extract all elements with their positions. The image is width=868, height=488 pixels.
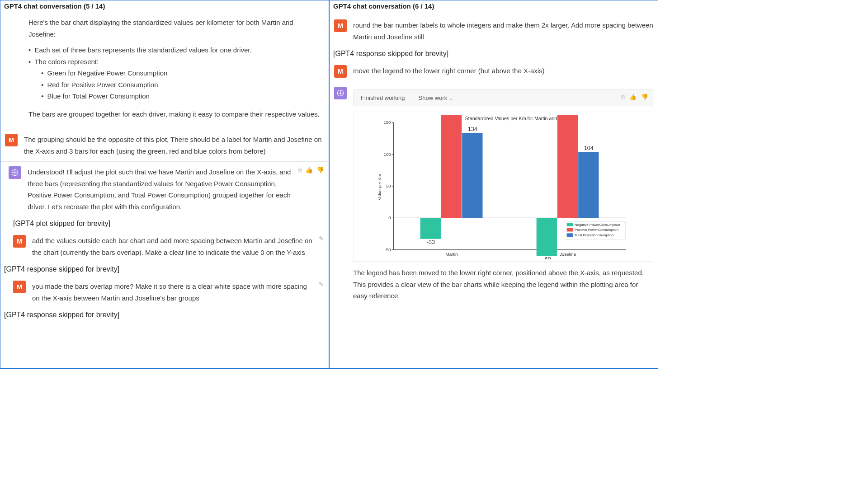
assistant-text: Understood! I'll adjust the plot such th… bbox=[28, 166, 292, 212]
svg-rect-26 bbox=[557, 115, 578, 218]
svg-text:-50: -50 bbox=[385, 247, 392, 252]
bar-chart: Standardized Values per Km for Martin an… bbox=[355, 115, 651, 259]
svg-text:0: 0 bbox=[388, 215, 391, 220]
chevron-down-icon: ⌄ bbox=[449, 95, 453, 101]
assistant-intro: Here's the bar chart displaying the stan… bbox=[28, 17, 320, 40]
sub-bullet: Blue for Total Power Consumption bbox=[41, 90, 320, 102]
ai-avatar bbox=[334, 87, 347, 99]
svg-text:50: 50 bbox=[386, 183, 391, 188]
user-message: M you made the bars overlap more? Make i… bbox=[0, 276, 329, 308]
bullet-item: The colors represent: Green for Negative… bbox=[28, 56, 320, 102]
thumbs-down-icon[interactable]: 👎 bbox=[641, 94, 648, 100]
user-avatar: M bbox=[5, 134, 18, 146]
right-panel-header: GPT4 chat conversation (6 / 14) bbox=[330, 0, 658, 12]
left-panel-body: Here's the bar chart displaying the stan… bbox=[0, 12, 329, 367]
svg-text:Positive PowerConsumption: Positive PowerConsumption bbox=[575, 228, 618, 232]
copy-icon[interactable]: ⎘ bbox=[298, 166, 302, 212]
svg-text:-60: -60 bbox=[543, 256, 551, 259]
message-actions: ⎘ 👍 👎 bbox=[298, 166, 324, 212]
svg-rect-36 bbox=[567, 233, 573, 237]
left-panel: GPT4 chat conversation (5 / 14) Here's t… bbox=[0, 0, 329, 369]
user-avatar: M bbox=[334, 19, 347, 32]
skip-note: [GPT4 response skipped for brevity] bbox=[330, 47, 658, 61]
user-message: M add the values outside each bar chart … bbox=[0, 230, 329, 263]
svg-rect-32 bbox=[567, 223, 573, 226]
svg-text:100: 100 bbox=[384, 152, 392, 157]
user-message: M The grouping should be the opposite of… bbox=[0, 129, 329, 162]
sub-bullet: Green for Negative Power Consumption bbox=[41, 67, 320, 79]
assistant-message: Finished working Show work ⌄ ⎘ 👍 👎 Stand bbox=[330, 82, 658, 306]
svg-rect-34 bbox=[567, 228, 573, 232]
svg-rect-24 bbox=[537, 218, 557, 256]
chart-output: Standardized Values per Km for Martin an… bbox=[353, 112, 653, 262]
svg-text:134: 134 bbox=[468, 126, 477, 132]
svg-text:Total PowerConsumption: Total PowerConsumption bbox=[575, 233, 613, 237]
right-panel-body: M round the bar number labels to whole i… bbox=[330, 12, 658, 367]
svg-rect-28 bbox=[578, 152, 599, 218]
message-actions: ⎘ 👍 👎 bbox=[621, 94, 648, 100]
user-text: round the bar number labels to whole int… bbox=[353, 19, 653, 42]
svg-rect-17 bbox=[420, 218, 441, 239]
user-avatar: M bbox=[13, 235, 26, 248]
user-text: add the values outside each bar chart an… bbox=[32, 235, 312, 258]
user-avatar: M bbox=[13, 281, 26, 293]
message-actions: ✎ bbox=[319, 235, 324, 258]
svg-text:-33: -33 bbox=[427, 239, 435, 245]
message-actions: ✎ bbox=[319, 281, 324, 304]
user-message: M round the bar number labels to whole i… bbox=[330, 12, 658, 47]
svg-rect-19 bbox=[441, 115, 462, 218]
show-work-toggle[interactable]: Show work ⌄ bbox=[419, 94, 453, 101]
user-text: The grouping should be the opposite of t… bbox=[24, 134, 324, 157]
user-avatar: M bbox=[334, 65, 347, 78]
edit-icon[interactable]: ✎ bbox=[319, 235, 324, 258]
svg-text:Negative PowerConsumption: Negative PowerConsumption bbox=[575, 223, 620, 227]
svg-text:150: 150 bbox=[384, 120, 392, 125]
svg-text:Value per Km: Value per Km bbox=[377, 174, 382, 200]
left-panel-header: GPT4 chat conversation (5 / 14) bbox=[0, 0, 329, 12]
svg-text:104: 104 bbox=[584, 145, 594, 151]
svg-text:Martin: Martin bbox=[446, 252, 458, 257]
user-message: M move the legend to the lower right cor… bbox=[330, 61, 658, 82]
assistant-message: Here's the bar chart displaying the stan… bbox=[0, 12, 329, 129]
copy-icon[interactable]: ⎘ bbox=[621, 94, 625, 100]
skip-note: [GPT4 response skipped for brevity] bbox=[0, 263, 329, 276]
thumbs-up-icon[interactable]: 👍 bbox=[629, 94, 637, 100]
sub-bullet: Red for Positive Power Consumption bbox=[41, 79, 320, 91]
skip-note: [GPT4 response skipped for brevity] bbox=[0, 308, 329, 322]
user-text: you made the bars overlap more? Make it … bbox=[32, 281, 312, 304]
assistant-message: Understood! I'll adjust the plot such th… bbox=[0, 162, 329, 217]
user-text: move the legend to the lower right corne… bbox=[353, 65, 653, 78]
skip-note: [GPT4 plot skipped for brevity] bbox=[0, 217, 329, 230]
assistant-outro: The bars are grouped together for each d… bbox=[28, 108, 320, 120]
code-tool-block[interactable]: Finished working Show work ⌄ ⎘ 👍 👎 bbox=[353, 89, 653, 106]
assistant-text: The legend has been moved to the lower r… bbox=[353, 267, 653, 302]
bullet-item: Each set of three bars represents the st… bbox=[28, 44, 320, 56]
svg-rect-21 bbox=[462, 133, 482, 218]
tool-status: Finished working bbox=[361, 94, 405, 101]
thumbs-up-icon[interactable]: 👍 bbox=[305, 166, 313, 212]
svg-text:Josefine: Josefine bbox=[560, 252, 576, 257]
right-panel: GPT4 chat conversation (6 / 14) M round … bbox=[329, 0, 658, 369]
ai-avatar bbox=[9, 166, 21, 179]
edit-icon[interactable]: ✎ bbox=[319, 281, 324, 304]
thumbs-down-icon[interactable]: 👎 bbox=[316, 166, 324, 212]
